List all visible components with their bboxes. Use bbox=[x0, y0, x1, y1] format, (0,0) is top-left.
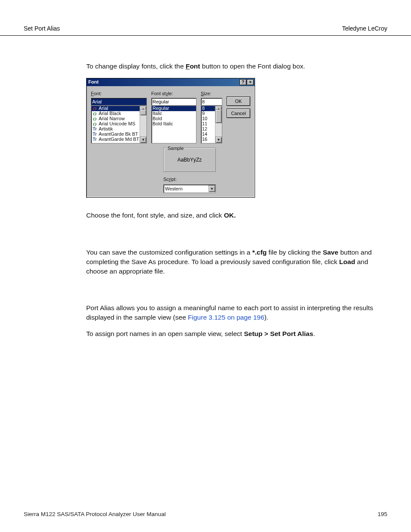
scrollbar[interactable]: ▲ ▼ bbox=[215, 106, 222, 143]
intro-paragraph: To change display fonts, click the Font … bbox=[86, 62, 387, 71]
scroll-down-icon[interactable]: ▼ bbox=[140, 137, 146, 143]
figure-link[interactable]: Figure 3.125 on page 196 bbox=[188, 314, 265, 321]
dialog-title: Font bbox=[88, 79, 99, 85]
scrollbar[interactable]: ▲ ▼ bbox=[140, 106, 146, 143]
font-listbox[interactable]: OArial OArial Black OArial Narrow OArial… bbox=[91, 106, 147, 143]
cancel-button[interactable]: Cancel bbox=[227, 109, 250, 118]
chevron-down-icon[interactable]: ▼ bbox=[209, 185, 215, 192]
font-dialog: Font ? × Font: OArial OArial Black OAria… bbox=[86, 78, 255, 198]
script-label: Script: bbox=[163, 176, 216, 183]
font-keyword: F bbox=[186, 62, 190, 70]
size-listbox[interactable]: 8 9 10 11 12 14 16 ▲ ▼ bbox=[201, 106, 222, 143]
help-button[interactable]: ? bbox=[240, 79, 246, 85]
opentype-icon: O bbox=[92, 106, 97, 111]
opentype-icon: O bbox=[92, 122, 97, 127]
style-input[interactable] bbox=[151, 98, 196, 106]
truetype-icon: Tr bbox=[92, 137, 97, 143]
assign-paragraph: To assign port names in an open sample v… bbox=[86, 329, 387, 339]
size-label: Size: bbox=[201, 90, 222, 97]
close-button[interactable]: × bbox=[247, 79, 254, 85]
header-left: Set Port Alias bbox=[24, 25, 60, 32]
style-listbox[interactable]: Regular Italic Bold Bold Italic bbox=[151, 106, 196, 143]
footer-manual: Sierra M122 SAS/SATA Protocol Analyzer U… bbox=[24, 511, 166, 517]
sample-legend: Sample bbox=[166, 145, 185, 152]
titlebar: Font ? × bbox=[87, 78, 255, 86]
after-dialog-paragraph: Choose the font, font style, and size, a… bbox=[86, 211, 387, 220]
scroll-thumb[interactable] bbox=[140, 109, 146, 115]
script-select[interactable]: Western ▼ bbox=[163, 184, 216, 193]
page-footer: Sierra M122 SAS/SATA Protocol Analyzer U… bbox=[24, 511, 387, 517]
ok-button[interactable]: OK bbox=[227, 96, 250, 106]
footer-page: 195 bbox=[377, 511, 387, 517]
save-paragraph: You can save the customized configuratio… bbox=[86, 248, 387, 276]
sample-box: Sample AaBbYyZz bbox=[163, 148, 216, 172]
opentype-icon: O bbox=[92, 117, 97, 121]
scroll-thumb[interactable] bbox=[215, 109, 222, 123]
sample-text: AaBbYyZz bbox=[177, 156, 202, 164]
header-right: Teledyne LeCroy bbox=[342, 25, 387, 32]
style-label: Font style: bbox=[151, 90, 196, 97]
content: To change display fonts, click the Font … bbox=[0, 36, 411, 338]
alias-paragraph: Port Alias allows you to assign a meanin… bbox=[86, 303, 387, 322]
list-item: TrAvantGarde Md BT bbox=[91, 137, 146, 142]
size-input[interactable] bbox=[201, 98, 222, 106]
opentype-icon: O bbox=[92, 112, 97, 116]
list-item: Bold Italic bbox=[152, 121, 196, 127]
font-input[interactable] bbox=[91, 98, 147, 106]
font-label: Font: bbox=[91, 90, 147, 97]
page-header: Set Port Alias Teledyne LeCroy bbox=[0, 0, 411, 36]
scroll-down-icon[interactable]: ▼ bbox=[215, 137, 222, 143]
